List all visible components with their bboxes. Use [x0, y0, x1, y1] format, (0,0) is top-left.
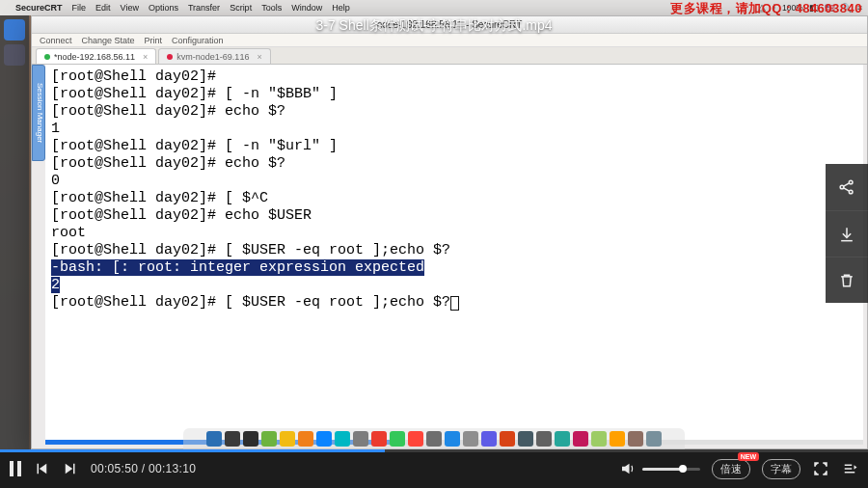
svg-point-2 — [849, 190, 853, 194]
toolbar-configuration[interactable]: Configuration — [172, 36, 224, 45]
svg-line-4 — [844, 188, 850, 191]
svg-line-3 — [844, 183, 850, 186]
menu-transfer[interactable]: Transfer — [188, 3, 220, 13]
toolbar-connect[interactable]: Connect — [40, 36, 72, 45]
dock-app-icon[interactable] — [353, 431, 368, 447]
skip-next-icon — [62, 460, 79, 477]
pause-button[interactable] — [10, 461, 21, 476]
dock-app-icon[interactable] — [316, 431, 332, 447]
next-button[interactable] — [62, 460, 79, 477]
volume-control[interactable] — [619, 460, 700, 477]
dock-app-icon[interactable] — [481, 431, 497, 447]
total-time: 00:13:10 — [149, 462, 196, 475]
tab-label: kvm-node1-69.116 — [176, 52, 249, 62]
tab-active[interactable]: *node-192.168.56.11 × — [36, 48, 156, 64]
video-controls: 00:05:50 / 00:13:10 倍速 NEW 字幕 — [0, 449, 868, 488]
dock-app-icon[interactable] — [628, 431, 643, 447]
dock-app-icon[interactable] — [298, 431, 313, 447]
dock-app-icon[interactable] — [610, 431, 625, 447]
menu-view[interactable]: View — [121, 3, 139, 13]
dock-app-icon[interactable] — [445, 431, 460, 447]
speed-label: 倍速 — [720, 463, 742, 474]
dock-app-icon[interactable] — [591, 431, 607, 447]
subtitle-button[interactable]: 字幕 — [762, 459, 800, 479]
volume-slider[interactable] — [642, 468, 700, 471]
tab-label: *node-192.168.56.11 — [54, 52, 135, 62]
close-icon[interactable]: × — [257, 52, 261, 62]
skip-prev-icon — [33, 460, 50, 477]
progress-bar[interactable] — [0, 449, 868, 452]
pause-icon — [10, 461, 21, 476]
dock-app-icon[interactable] — [536, 431, 552, 447]
delete-button[interactable] — [826, 257, 868, 303]
sidebar-app-icon[interactable] — [4, 44, 25, 66]
dock-app-icon[interactable] — [206, 431, 222, 447]
menu-window[interactable]: Window — [291, 3, 322, 13]
dock-app-icon[interactable] — [243, 431, 258, 447]
dock-app-icon[interactable] — [573, 431, 588, 447]
playlist-button[interactable] — [841, 460, 858, 477]
dock-app-icon[interactable] — [555, 431, 570, 447]
dock-app-icon[interactable] — [225, 431, 240, 447]
download-icon — [837, 225, 856, 244]
volume-knob[interactable] — [679, 465, 687, 473]
download-button[interactable] — [826, 210, 868, 257]
progress-fill — [0, 449, 385, 452]
mac-dock[interactable] — [183, 428, 685, 449]
dock-app-icon[interactable] — [335, 431, 350, 447]
subtitle-label: 字幕 — [771, 463, 792, 474]
time-display: 00:05:50 / 00:13:10 — [91, 462, 196, 475]
dock-app-icon[interactable] — [646, 431, 662, 447]
terminal-output[interactable]: [root@Shell day02]# [root@Shell day02]# … — [45, 65, 863, 315]
dock-app-icon[interactable] — [390, 431, 405, 447]
share-icon — [837, 177, 856, 197]
dock-app-icon[interactable] — [280, 431, 295, 447]
left-dock — [0, 15, 29, 449]
toolbar-change-state[interactable]: Change State — [82, 36, 135, 45]
dock-app-icon[interactable] — [261, 431, 277, 447]
session-manager-tab[interactable]: Session Manager — [32, 65, 45, 161]
menubar-app-name: SecureCRT — [15, 3, 63, 13]
menu-options[interactable]: Options — [149, 3, 178, 13]
share-button[interactable] — [826, 164, 868, 210]
terminal-area[interactable]: [root@Shell day02]# [root@Shell day02]# … — [45, 65, 863, 445]
dock-app-icon[interactable] — [518, 431, 533, 447]
dock-app-icon[interactable] — [426, 431, 442, 447]
tab-inactive[interactable]: kvm-node1-69.116 × — [158, 48, 270, 64]
volume-icon — [619, 460, 637, 477]
status-dot-icon — [167, 54, 173, 60]
dock-app-icon[interactable] — [371, 431, 387, 447]
fullscreen-button[interactable] — [812, 460, 829, 477]
side-action-bar — [826, 164, 868, 303]
trash-icon — [837, 271, 856, 290]
finder-sidebar-icon[interactable] — [4, 19, 25, 41]
dock-app-icon[interactable] — [408, 431, 423, 447]
close-icon[interactable]: × — [143, 52, 148, 62]
tab-strip: *node-192.168.56.11 × kvm-node1-69.116 × — [32, 47, 867, 65]
playlist-icon — [841, 460, 858, 477]
menu-help[interactable]: Help — [332, 3, 350, 13]
speed-button[interactable]: 倍速 NEW — [712, 459, 750, 479]
menu-tools[interactable]: Tools — [261, 3, 282, 13]
menu-script[interactable]: Script — [230, 3, 252, 13]
prev-button[interactable] — [33, 460, 50, 477]
securecrt-window: node-192.168.56.11 - SecureCRT Connect C… — [31, 15, 868, 449]
svg-point-1 — [849, 180, 853, 184]
toolbar-print[interactable]: Print — [145, 36, 163, 45]
menu-file[interactable]: File — [72, 3, 87, 13]
dock-app-icon[interactable] — [500, 431, 515, 447]
crt-toolbar: Connect Change State Print Configuration — [32, 34, 867, 47]
svg-point-0 — [840, 185, 844, 189]
fullscreen-icon — [812, 460, 829, 477]
current-time: 00:05:50 — [91, 462, 138, 475]
menu-edit[interactable]: Edit — [95, 3, 111, 13]
status-dot-icon — [44, 54, 50, 60]
dock-app-icon[interactable] — [463, 431, 478, 447]
video-title-overlay: 3-7 Shell条件测试-字符串比对方式.mp4 — [315, 17, 552, 35]
new-badge: NEW — [738, 452, 759, 461]
